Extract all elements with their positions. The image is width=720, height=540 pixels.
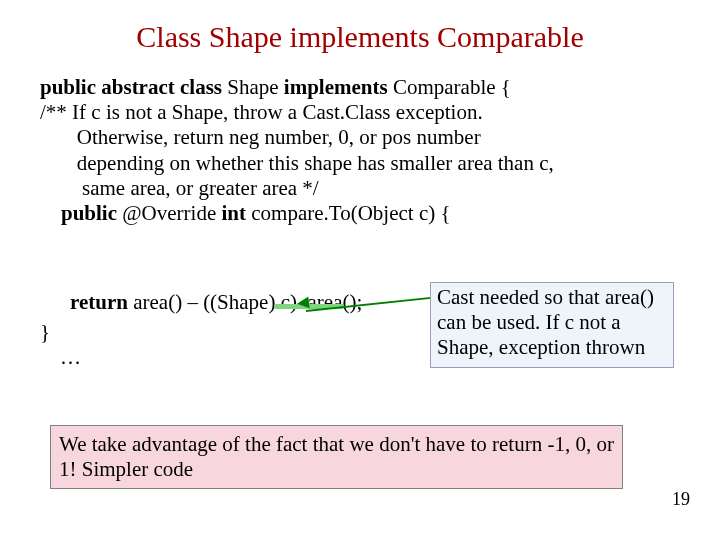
code-text: @Override [117, 201, 221, 225]
code-text: Comparable { [388, 75, 511, 99]
code-text: Shape [222, 75, 284, 99]
code-comment: Otherwise, return neg number, 0, or pos … [40, 125, 481, 149]
annotation-arrow-head [296, 296, 309, 309]
code-ellipsis: … [60, 345, 81, 370]
code-block: public abstract class Shape implements C… [40, 75, 554, 226]
kw-return: return [70, 290, 128, 314]
page-number: 19 [672, 489, 690, 510]
slide: Class Shape implements Comparable public… [0, 0, 720, 540]
code-return-line: return area() – ((Shape) c). area(); [70, 290, 362, 315]
kw-int: int [222, 201, 247, 225]
code-comment: depending on whether this shape has smal… [40, 151, 554, 175]
summary-box: We take advantage of the fact that we do… [50, 425, 623, 489]
code-comment: /** If c is not a Shape, throw a Cast.Cl… [40, 100, 483, 124]
kw-implements: implements [284, 75, 388, 99]
code-text: area() – ((Shape) c). area(); [128, 290, 362, 314]
cast-annotation-box: Cast needed so that area() can be used. … [430, 282, 674, 368]
code-close-brace: } [40, 320, 50, 345]
slide-title: Class Shape implements Comparable [0, 20, 720, 54]
code-comment: same area, or greater area */ [40, 176, 319, 200]
code-text: compare.To(Object c) { [246, 201, 451, 225]
kw-public: public [40, 201, 117, 225]
kw-public-abstract-class: public abstract class [40, 75, 222, 99]
